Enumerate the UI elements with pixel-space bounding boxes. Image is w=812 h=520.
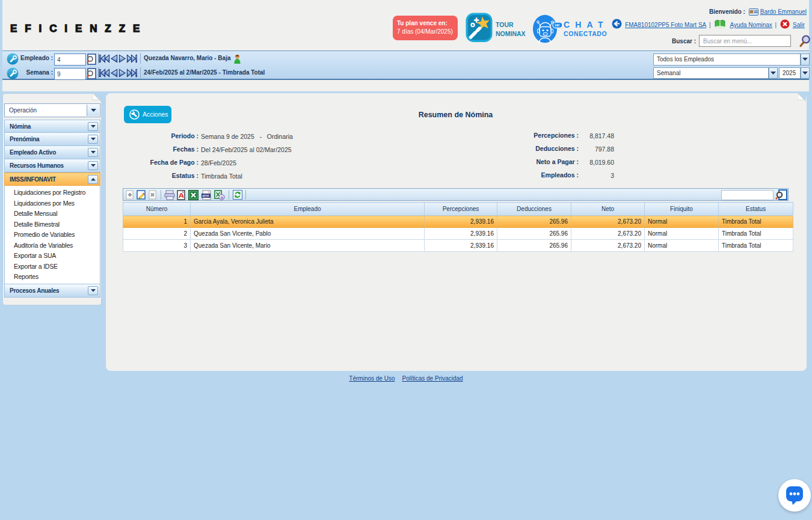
svg-text:RTF: RTF	[203, 194, 210, 198]
svg-text:HI!: HI!	[555, 23, 560, 27]
svg-text:CONECTADO: CONECTADO	[564, 30, 607, 37]
svg-text:CHAT: CHAT	[564, 20, 609, 29]
svg-text:a: a	[221, 195, 224, 200]
